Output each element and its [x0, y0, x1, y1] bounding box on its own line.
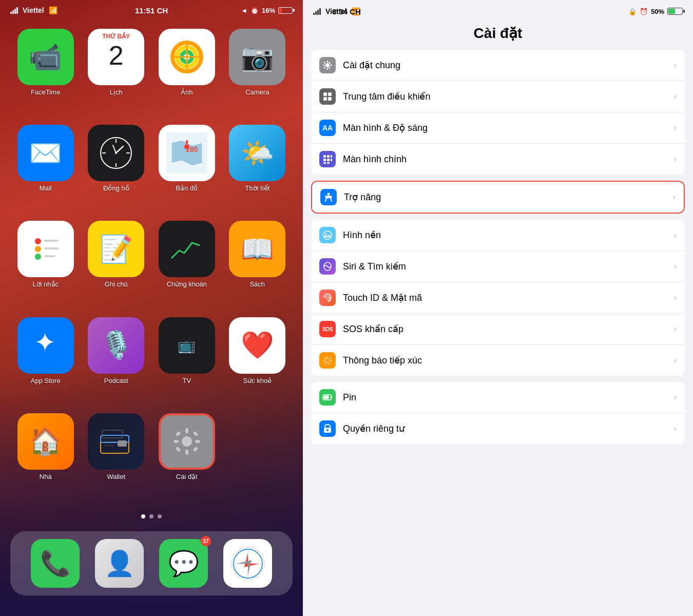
row-privacy[interactable]: Quyền riêng tư ›	[311, 413, 685, 444]
app-calendar[interactable]: THỨ BẢY 2 Lịch	[86, 29, 147, 114]
lock-icon: 🔒	[628, 8, 637, 15]
carrier-left: Viettel	[23, 6, 44, 14]
clock-icon	[88, 125, 144, 181]
app-facetime[interactable]: 📹 FaceTime	[15, 29, 76, 114]
row-exposure[interactable]: Thông báo tiếp xúc ›	[311, 345, 685, 376]
privacy-icon	[319, 420, 336, 437]
right-panel: Viettel 📶 8:34 CH 🔒 ⏰ 50% Cài đặt Cài đặ…	[303, 0, 693, 616]
carrier-time-left: Viettel 📶	[10, 6, 57, 14]
row-battery[interactable]: Pin ›	[311, 382, 685, 413]
row-touchid[interactable]: Touch ID & Mật mã ›	[311, 282, 685, 314]
svg-point-16	[35, 238, 41, 244]
app-appstore[interactable]: ✦ App Store	[15, 317, 76, 403]
row-display[interactable]: AA Màn hình & Độ sáng ›	[311, 112, 685, 144]
status-bar-right: Viettel 📶 8:34 CH 🔒 ⏰ 50%	[303, 0, 693, 21]
svg-rect-74	[324, 396, 329, 399]
dock-contacts[interactable]: 👤	[95, 539, 144, 588]
privacy-label: Quyền riêng tư	[343, 423, 674, 434]
app-camera[interactable]: 📷 Camera	[227, 29, 288, 114]
photos-svg	[169, 39, 205, 75]
settings-section-3: Hình nền › Siri & Tìm kiếm › Touch ID & …	[311, 220, 685, 376]
svg-point-44	[325, 63, 330, 67]
homescreen-label: Màn hình chính	[343, 154, 674, 165]
messages-icon: 💬	[159, 539, 208, 588]
svg-point-71	[324, 357, 331, 364]
app-grid: 📹 FaceTime THỨ BẢY 2 Lịch	[0, 18, 303, 509]
time-right: 8:34 CH	[332, 7, 361, 16]
app-notes[interactable]: 📝 Ghi chú	[86, 221, 147, 306]
siri-icon	[319, 258, 336, 275]
app-reminders[interactable]: Lời nhắc	[15, 221, 76, 306]
chevron-control: ›	[674, 92, 677, 101]
row-accessibility[interactable]: Trợ năng ›	[312, 182, 684, 213]
app-settings[interactable]: Cài đặt	[157, 413, 217, 499]
control-icon	[319, 88, 336, 105]
svg-rect-57	[323, 155, 326, 158]
app-books[interactable]: 📖 Sách	[227, 221, 288, 306]
left-panel: Viettel 📶 11:51 CH ◄ ⏰ 16% 📹 FaceTime TH…	[0, 0, 303, 616]
svg-text:✦: ✦	[34, 329, 56, 357]
svg-rect-63	[323, 162, 326, 164]
app-wallet[interactable]: Wallet	[86, 413, 147, 499]
podcast-icon: 🎙️	[88, 317, 144, 374]
clock-label: Đồng hồ	[103, 184, 129, 192]
app-health[interactable]: ❤️ Sức khoẻ	[227, 317, 288, 403]
chevron-display: ›	[674, 123, 677, 132]
row-wallpaper[interactable]: Hình nền ›	[311, 220, 685, 251]
app-tv[interactable]: 📺 TV	[157, 317, 217, 403]
svg-rect-20	[44, 247, 59, 249]
row-homescreen[interactable]: Màn hình chính ›	[311, 144, 685, 175]
touchid-icon	[319, 290, 336, 306]
clock-svg	[98, 135, 134, 171]
appstore-svg: ✦	[29, 329, 62, 362]
health-label: Sức khoẻ	[243, 377, 272, 384]
tv-icon: 📺	[159, 317, 215, 374]
chevron-exposure: ›	[674, 356, 677, 365]
calendar-label: Lịch	[110, 88, 123, 96]
app-mail[interactable]: ✉️ Mail	[15, 125, 76, 210]
svg-rect-60	[327, 159, 330, 161]
alarm-icon-right: ⏰	[640, 8, 648, 15]
reminders-svg	[28, 231, 64, 267]
phone-icon: 📞	[31, 539, 80, 588]
settings-section-1: Cài đặt chung › Trung tâm điều khiển › A…	[311, 50, 685, 175]
svg-rect-31	[185, 450, 188, 455]
dock-messages[interactable]: 💬 37	[159, 539, 208, 588]
app-weather[interactable]: 🌤️ Thời tiết	[227, 125, 288, 210]
app-stocks[interactable]: Chứng khoán	[157, 221, 217, 306]
svg-rect-56	[328, 97, 332, 101]
dock-safari[interactable]	[223, 539, 272, 588]
appstore-label: App Store	[31, 377, 61, 384]
app-podcast[interactable]: 🎙️ Podcast	[86, 317, 147, 403]
app-home[interactable]: 🏠 Nhà	[15, 413, 76, 499]
svg-rect-46	[327, 68, 328, 70]
row-general[interactable]: Cài đặt chung ›	[311, 50, 685, 81]
row-control[interactable]: Trung tâm điều khiển ›	[311, 81, 685, 112]
svg-rect-32	[174, 440, 179, 443]
location-icon: ◄	[241, 7, 247, 14]
notes-label: Ghi chú	[105, 280, 128, 288]
chevron-siri: ›	[674, 262, 677, 271]
app-clock[interactable]: Đồng hồ	[86, 125, 147, 210]
settings-svg	[171, 426, 202, 457]
touchid-label: Touch ID & Mật mã	[343, 292, 674, 303]
alarm-icon: ⏰	[251, 7, 259, 14]
svg-rect-50	[329, 62, 331, 64]
chevron-battery: ›	[674, 393, 677, 402]
row-sos[interactable]: SOS SOS khẩn cấp ›	[311, 314, 685, 345]
dot-1	[141, 514, 145, 518]
home-icon: 🏠	[17, 413, 74, 470]
general-icon	[319, 57, 336, 73]
accessibility-label: Trợ năng	[344, 191, 673, 203]
app-maps[interactable]: 280 Bản đồ	[157, 125, 217, 210]
wallet-svg	[98, 426, 134, 457]
safari-svg	[230, 546, 266, 582]
settings-label: Cài đặt	[176, 473, 198, 480]
app-photos[interactable]: Ảnh	[157, 29, 217, 114]
dock-phone[interactable]: 📞	[31, 539, 80, 588]
row-siri[interactable]: Siri & Tìm kiếm ›	[311, 251, 685, 282]
calendar-icon: THỨ BẢY 2	[88, 29, 144, 85]
wifi-left: 📶	[49, 6, 57, 14]
svg-rect-73	[331, 396, 332, 399]
maps-icon: 280	[159, 125, 215, 181]
